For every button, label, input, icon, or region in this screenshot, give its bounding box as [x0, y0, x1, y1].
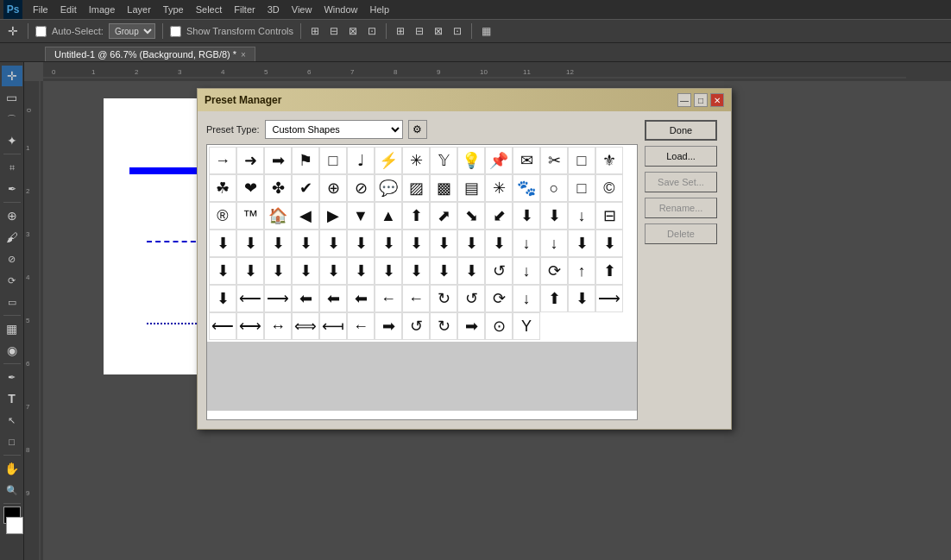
gradient-btn[interactable]: ▦: [2, 318, 22, 339]
pm-minimize-btn[interactable]: —: [677, 93, 691, 107]
shape-e13[interactable]: ⬇: [430, 257, 457, 285]
shape-f10[interactable]: ⬅: [319, 285, 347, 312]
shape-g11[interactable]: ⟺: [292, 312, 319, 340]
shape-d3[interactable]: ⬇: [209, 230, 236, 257]
shape-tri-down[interactable]: ▼: [347, 202, 375, 230]
menu-help[interactable]: Help: [365, 3, 395, 16]
shape-paw[interactable]: 🐾: [513, 174, 540, 202]
shape-d6[interactable]: ⬇: [292, 230, 319, 257]
shape-f12[interactable]: ←: [375, 285, 402, 312]
shape-arrow-bold[interactable]: ➜: [236, 147, 264, 174]
shape-arrow-right[interactable]: →: [209, 147, 236, 174]
pm-delete-btn[interactable]: Delete: [645, 223, 717, 244]
shape-hatch1[interactable]: ▨: [402, 174, 430, 202]
shape-music[interactable]: ♩: [347, 147, 375, 174]
shape-e12[interactable]: ⬇: [402, 257, 430, 285]
shape-heart[interactable]: ❤: [236, 174, 264, 202]
shape-h3[interactable]: ↻: [430, 312, 457, 340]
distribute-icon3[interactable]: ⊠: [431, 25, 445, 37]
menu-3d[interactable]: 3D: [262, 3, 285, 16]
lasso-tool-btn[interactable]: ⌒: [2, 109, 22, 129]
shape-box[interactable]: □: [568, 174, 595, 202]
pm-gear-btn[interactable]: ⚙: [408, 120, 427, 139]
shape-flag[interactable]: ⚑: [292, 147, 319, 174]
shape-h4[interactable]: ➡: [457, 312, 485, 340]
brush-btn[interactable]: 🖌: [2, 227, 22, 248]
crop-btn[interactable]: ⌗: [2, 157, 22, 178]
menu-file[interactable]: File: [28, 3, 54, 16]
shape-grid[interactable]: ▤: [457, 174, 485, 202]
shape-btn[interactable]: □: [2, 431, 22, 452]
shape-pin[interactable]: 📌: [485, 147, 513, 174]
shape-scissors[interactable]: ✂: [540, 147, 568, 174]
shape-f4[interactable]: ↑: [568, 257, 595, 285]
move-tool-icon[interactable]: ✛: [5, 24, 21, 38]
shape-fleur[interactable]: ⚜: [595, 147, 623, 174]
shape-e2[interactable]: ↓: [540, 230, 568, 257]
clone-btn[interactable]: ⊘: [2, 249, 22, 269]
shape-lightning[interactable]: ⚡: [375, 147, 402, 174]
shape-copyright[interactable]: ©: [595, 174, 623, 202]
pm-shapes-container[interactable]: → ➜ ➡ ⚑ □ ♩ ⚡ ✳ 𝕐 💡 📌 ✉ ✂: [206, 144, 638, 420]
shape-g8[interactable]: ⟵: [209, 312, 236, 340]
shape-f5[interactable]: ⬆: [595, 257, 623, 285]
marquee-tool-btn[interactable]: ▭: [2, 87, 22, 108]
shape-club[interactable]: ✤: [264, 174, 292, 202]
shape-trademark[interactable]: ™: [236, 202, 264, 230]
shape-d9[interactable]: ⬇: [375, 230, 402, 257]
shape-g7[interactable]: ⟶: [595, 285, 623, 312]
tab-close-btn[interactable]: ×: [241, 50, 246, 60]
shape-d7[interactable]: ⬇: [319, 230, 347, 257]
shape-f9[interactable]: ⬅: [292, 285, 319, 312]
auto-select-dropdown[interactable]: Group Layer: [109, 23, 155, 39]
shape-circle[interactable]: ○: [540, 174, 568, 202]
shape-square[interactable]: □: [568, 147, 595, 174]
shape-e9[interactable]: ⬇: [319, 257, 347, 285]
shape-rect[interactable]: □: [319, 147, 347, 174]
shape-f13[interactable]: ←: [402, 285, 430, 312]
shape-asterisk[interactable]: ✳: [402, 147, 430, 174]
path-select-btn[interactable]: ↖: [2, 410, 22, 431]
shape-e6[interactable]: ⬇: [236, 257, 264, 285]
shape-h1[interactable]: ➡: [375, 312, 402, 340]
history-btn[interactable]: ⟳: [2, 270, 22, 291]
shape-speech[interactable]: 💬: [375, 174, 402, 202]
shape-d4[interactable]: ⬇: [236, 230, 264, 257]
hand-btn[interactable]: ✋: [2, 458, 22, 479]
shape-e3[interactable]: ⬇: [568, 230, 595, 257]
shape-f6[interactable]: ⬇: [209, 285, 236, 312]
shape-f1[interactable]: ↺: [485, 257, 513, 285]
eyedropper-btn[interactable]: ✒: [2, 179, 22, 199]
pm-close-btn[interactable]: ✕: [710, 93, 724, 107]
shape-arrow-wide[interactable]: ➡: [264, 147, 292, 174]
shape-e11[interactable]: ⬇: [375, 257, 402, 285]
shape-d11[interactable]: ⬇: [430, 230, 457, 257]
bg-color-btn[interactable]: [6, 517, 23, 534]
healing-btn[interactable]: ⊕: [2, 205, 22, 226]
text-btn[interactable]: T: [2, 388, 22, 409]
shape-arrow-ur[interactable]: ⬈: [430, 202, 457, 230]
shape-e7[interactable]: ⬇: [264, 257, 292, 285]
shape-no[interactable]: ⊘: [347, 174, 375, 202]
shape-d12[interactable]: ⬇: [457, 230, 485, 257]
shape-registered[interactable]: ®: [209, 202, 236, 230]
shape-f7[interactable]: ⟵: [236, 285, 264, 312]
shape-g4[interactable]: ↓: [513, 285, 540, 312]
shape-arrow-dl[interactable]: ⬋: [485, 202, 513, 230]
shape-hatch2[interactable]: ▩: [430, 174, 457, 202]
shape-clover[interactable]: ☘: [209, 174, 236, 202]
shape-h5[interactable]: ⊙: [485, 312, 513, 340]
shape-d10[interactable]: ⬇: [402, 230, 430, 257]
shape-f8[interactable]: ⟶: [264, 285, 292, 312]
canvas-area[interactable]: 0 1 2 3 4 5 6 7 8 9 10 11 12 0 1 2: [24, 62, 951, 560]
pm-done-btn[interactable]: Done: [645, 120, 717, 141]
menu-layer[interactable]: Layer: [122, 3, 156, 16]
distribute-icon1[interactable]: ⊞: [394, 25, 407, 37]
distribute-icon2[interactable]: ⊟: [413, 25, 426, 37]
shape-house[interactable]: 🏠: [264, 202, 292, 230]
auto-select-checkbox[interactable]: [35, 26, 47, 37]
align-right-icon[interactable]: ⊠: [346, 25, 360, 37]
menu-type[interactable]: Type: [158, 3, 189, 16]
magic-wand-btn[interactable]: ✦: [2, 130, 22, 151]
shape-arrow-d[interactable]: ⬇: [513, 202, 540, 230]
